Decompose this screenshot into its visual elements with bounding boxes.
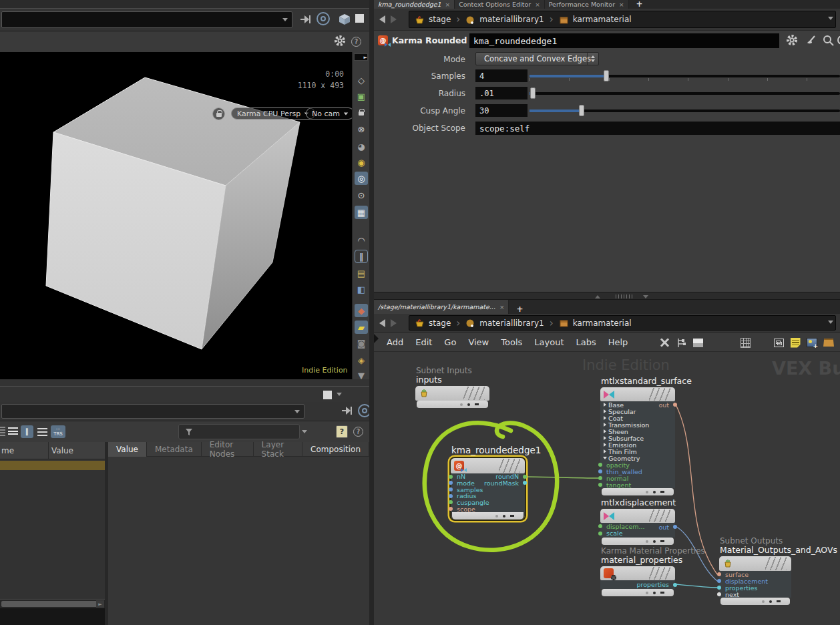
spotlight-icon[interactable]: ◉ bbox=[355, 156, 368, 169]
splitter-grip[interactable] bbox=[616, 294, 633, 298]
link-target-icon[interactable] bbox=[317, 12, 330, 25]
viewer-path-field[interactable] bbox=[1, 11, 292, 28]
details-path-field[interactable] bbox=[1, 404, 304, 419]
pivot-handle-icon[interactable]: ◈ bbox=[355, 353, 368, 367]
menu-add[interactable]: Add bbox=[381, 337, 409, 347]
tree-view-icon[interactable] bbox=[675, 337, 687, 349]
select-hover-icon[interactable]: ◠ bbox=[355, 234, 368, 247]
list-view-icon[interactable] bbox=[8, 427, 18, 437]
scene-state-icon[interactable]: ▣ bbox=[355, 89, 368, 103]
character-picker-icon[interactable]: ⊙ bbox=[355, 188, 368, 202]
stow-handle-icon[interactable] bbox=[374, 334, 379, 343]
slider-handle[interactable] bbox=[530, 87, 536, 99]
pause-display-icon[interactable]: ∥ bbox=[355, 250, 368, 263]
breadcrumb-item-materiallibrary1[interactable]: materiallibrary1 bbox=[479, 15, 544, 24]
forward-icon[interactable] bbox=[391, 15, 397, 23]
pin-icon[interactable] bbox=[341, 405, 353, 419]
port-displacement[interactable]: displacement bbox=[719, 578, 791, 584]
port-roundmask[interactable]: roundMask bbox=[484, 480, 525, 487]
chevron-down-icon[interactable] bbox=[828, 321, 833, 324]
port-scale[interactable]: scale bbox=[600, 530, 675, 538]
slider-handle[interactable] bbox=[579, 105, 584, 116]
visibility-icon[interactable]: ◇ bbox=[355, 73, 368, 87]
port-out[interactable]: out bbox=[658, 524, 675, 530]
port-next[interactable]: next bbox=[719, 591, 791, 598]
lasso-select-icon[interactable]: ▰ bbox=[355, 321, 368, 334]
tab-performance-monitor[interactable]: Performance Monitor× bbox=[545, 0, 629, 9]
port-properties[interactable]: properties bbox=[637, 582, 675, 588]
node-header[interactable] bbox=[415, 386, 489, 401]
breadcrumb[interactable]: stage›materiallibrary1›karmamaterial bbox=[409, 11, 836, 28]
chevron-down-icon[interactable] bbox=[828, 17, 833, 20]
viewer-settings-gear-icon[interactable] bbox=[334, 35, 346, 49]
node-header[interactable] bbox=[600, 509, 675, 523]
clear-lights-icon[interactable]: ⊗ bbox=[355, 122, 368, 136]
node-material-outputs[interactable]: Subnet Outputs Material_Outputs_and_AOVs… bbox=[719, 556, 791, 605]
scene-viewport[interactable]: Karma CPU Persp No cam 0:00 1110 x 493 I… bbox=[0, 52, 369, 379]
port-opacity[interactable]: opacity bbox=[600, 461, 675, 468]
tab-composition[interactable]: Composition bbox=[302, 442, 369, 457]
breadcrumb-item-karmamaterial[interactable]: karmamaterial bbox=[573, 319, 632, 328]
column-value[interactable]: Value bbox=[51, 446, 73, 455]
group-subsurface[interactable]: Subsurface bbox=[600, 435, 675, 441]
tab-layer-stack[interactable]: Layer Stack bbox=[254, 442, 302, 457]
port-normal[interactable]: normal bbox=[600, 475, 675, 481]
back-icon[interactable] bbox=[379, 15, 385, 23]
tab-network-path[interactable]: /stage/materiallibrary1/karmamate...× bbox=[374, 300, 509, 314]
breadcrumb-item-stage[interactable]: stage bbox=[429, 15, 451, 24]
horizontal-splitter[interactable] bbox=[374, 292, 840, 300]
details-hscrollbar[interactable]: ► bbox=[0, 599, 105, 608]
renderer-selector-pill[interactable]: Karma CPU Persp bbox=[231, 108, 315, 120]
tab-close-icon[interactable]: × bbox=[619, 1, 624, 8]
tab-close-icon[interactable]: × bbox=[499, 304, 505, 310]
menu-edit[interactable]: Edit bbox=[409, 337, 438, 347]
trs-filter-icon[interactable]: ···TRS bbox=[51, 425, 65, 438]
details-table[interactable] bbox=[0, 459, 105, 598]
breadcrumb-item-materiallibrary1[interactable]: materiallibrary1 bbox=[479, 319, 544, 328]
headlight-icon[interactable]: ◕ bbox=[355, 140, 368, 153]
group-sheen[interactable]: Sheen bbox=[600, 428, 675, 435]
brush-icon[interactable] bbox=[805, 34, 817, 49]
tab-value[interactable]: Value bbox=[108, 442, 147, 457]
scrollbar-thumb[interactable] bbox=[1, 601, 97, 607]
tab-context-options-editor[interactable]: Context Options Editor× bbox=[455, 0, 545, 9]
tab-close-icon[interactable]: × bbox=[445, 1, 451, 8]
port-properties[interactable]: properties bbox=[719, 584, 791, 591]
strip-mini-field[interactable]: ► bbox=[354, 53, 368, 61]
drag-grip-icon[interactable] bbox=[0, 427, 5, 437]
display-flag-icon[interactable] bbox=[355, 14, 364, 23]
grid-snap-icon[interactable] bbox=[739, 337, 751, 349]
gear-icon[interactable] bbox=[786, 34, 799, 49]
node-mtlxdisplacement[interactable]: mtlxdisplacement displacem...scale out bbox=[600, 509, 675, 545]
node-header[interactable] bbox=[600, 387, 675, 401]
port-scope[interactable]: scope bbox=[451, 505, 525, 512]
pane-menu-icon[interactable] bbox=[337, 393, 342, 396]
shading-mode-icon[interactable]: ◆ bbox=[355, 304, 368, 317]
node-name-field[interactable]: kma_roundededge1 bbox=[469, 33, 779, 48]
list-layout-icon[interactable] bbox=[692, 337, 704, 349]
geometry-container-icon[interactable]: ◧ bbox=[355, 282, 368, 296]
lock-camera-icon[interactable] bbox=[355, 106, 368, 119]
search-icon[interactable] bbox=[822, 34, 835, 49]
menu-layout[interactable]: Layout bbox=[528, 337, 570, 347]
new-tab-button[interactable]: + bbox=[633, 0, 646, 9]
camera-tool-icon[interactable]: ◙ bbox=[355, 337, 368, 350]
tab-editor-nodes[interactable]: Editor Nodes bbox=[202, 442, 254, 457]
menu-labs[interactable]: Labs bbox=[570, 337, 602, 347]
split-view-icon[interactable]: ∥ bbox=[21, 425, 33, 438]
scroll-right-button[interactable]: ► bbox=[96, 600, 104, 608]
new-tab-button[interactable]: + bbox=[513, 304, 526, 314]
network-canvas[interactable]: Indie Edition VEX Build Subnet Inputs in… bbox=[374, 352, 840, 625]
group-specular[interactable]: Specular bbox=[600, 408, 675, 415]
sticky-note-icon[interactable] bbox=[789, 337, 801, 349]
port-tangent[interactable]: tangent bbox=[600, 481, 675, 488]
menu-tools[interactable]: Tools bbox=[495, 337, 528, 347]
main-vertical-splitter[interactable] bbox=[369, 0, 374, 625]
radius-slider[interactable] bbox=[529, 87, 840, 99]
details-filter-field[interactable] bbox=[178, 424, 300, 439]
group-geometry[interactable]: Geometry bbox=[600, 455, 675, 461]
clipboard-help-icon[interactable]: ? bbox=[336, 425, 348, 438]
geometry-cube-icon[interactable] bbox=[338, 13, 351, 29]
snapshot-icon[interactable]: ▦ bbox=[355, 206, 368, 219]
breadcrumb-item-karmamaterial[interactable]: karmamaterial bbox=[573, 15, 632, 24]
